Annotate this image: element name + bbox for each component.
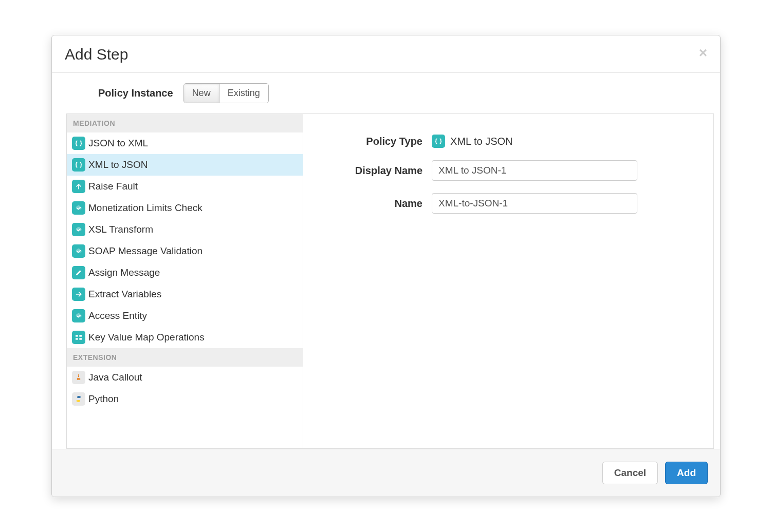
- policy-item[interactable]: Extract Variables: [67, 283, 303, 305]
- policy-category-header: MEDIATION: [67, 114, 303, 132]
- policy-item-label: XML to JSON: [88, 159, 148, 170]
- policy-instance-label: Policy Instance: [98, 87, 173, 99]
- policy-item-label: JSON to XML: [88, 138, 148, 149]
- dialog-header: Add Step ×: [52, 35, 720, 73]
- policy-item-label: Assign Message: [88, 267, 160, 278]
- policy-item-label: Python: [88, 393, 119, 405]
- svg-rect-1: [76, 338, 78, 339]
- policy-type-text: XML to JSON: [450, 136, 513, 147]
- add-step-dialog: Add Step × Policy Instance NewExisting M…: [51, 35, 721, 497]
- policy-item[interactable]: Monetization Limits Check: [67, 197, 303, 219]
- policy-item[interactable]: JSON to XML: [67, 132, 303, 154]
- policy-item-label: Access Entity: [88, 310, 147, 321]
- policy-item[interactable]: XSL Transform: [67, 219, 303, 240]
- policy-item[interactable]: Access Entity: [67, 305, 303, 327]
- policy-item-label: Monetization Limits Check: [88, 202, 203, 214]
- close-icon[interactable]: ×: [699, 46, 707, 60]
- code-braces-icon: [72, 158, 85, 172]
- policy-item-label: Extract Variables: [88, 289, 161, 300]
- svg-rect-2: [79, 335, 82, 336]
- policy-item-label: Key Value Map Operations: [88, 332, 205, 343]
- check-cloud-icon: [72, 201, 85, 215]
- pencil-icon: [72, 266, 85, 279]
- policy-item-label: XSL Transform: [88, 224, 153, 235]
- policy-item[interactable]: XML to JSON: [67, 154, 303, 176]
- policy-list[interactable]: MEDIATIONJSON to XMLXML to JSONRaise Fau…: [67, 114, 303, 448]
- policy-type-label: Policy Type: [334, 136, 432, 147]
- policy-detail-pane: Policy Type XML to JSON: [303, 114, 713, 448]
- svg-rect-3: [79, 338, 82, 339]
- policy-item[interactable]: SOAP Message Validation: [67, 240, 303, 262]
- check-cloud-icon: [72, 309, 85, 322]
- content-split: MEDIATIONJSON to XMLXML to JSONRaise Fau…: [66, 113, 714, 449]
- policy-category-header: EXTENSION: [67, 348, 303, 367]
- arrow-up-icon: [72, 180, 85, 193]
- svg-rect-0: [76, 335, 78, 336]
- policy-item[interactable]: Key Value Map Operations: [67, 327, 303, 348]
- code-braces-icon: [432, 135, 445, 148]
- policy-item[interactable]: Assign Message: [67, 262, 303, 283]
- arrow-right-icon: [72, 288, 85, 301]
- check-cloud-icon: [72, 223, 85, 236]
- policy-item[interactable]: Java Callout: [67, 367, 303, 388]
- display-name-input[interactable]: [432, 160, 637, 181]
- add-button[interactable]: Add: [665, 462, 708, 484]
- policy-item-label: Java Callout: [88, 372, 142, 383]
- name-input[interactable]: [432, 193, 637, 214]
- policy-instance-seg-existing[interactable]: Existing: [219, 84, 268, 103]
- dialog-footer: Cancel Add: [52, 449, 720, 497]
- check-cloud-icon: [72, 244, 85, 258]
- policy-instance-toolbar: Policy Instance NewExisting: [52, 73, 720, 113]
- policy-item[interactable]: Raise Fault: [67, 176, 303, 197]
- policy-item[interactable]: Python: [67, 388, 303, 410]
- dialog-title: Add Step: [65, 46, 128, 63]
- kv-map-icon: [72, 331, 85, 344]
- cancel-button[interactable]: Cancel: [602, 462, 658, 484]
- policy-item-label: SOAP Message Validation: [88, 245, 203, 257]
- code-braces-icon: [72, 137, 85, 150]
- java-icon: [72, 371, 85, 384]
- policy-instance-seg-new[interactable]: New: [184, 84, 219, 103]
- python-icon: [72, 392, 85, 406]
- name-label: Name: [334, 198, 432, 210]
- dialog-body: Policy Instance NewExisting MEDIATIONJSO…: [52, 73, 720, 449]
- policy-instance-toggle: NewExisting: [183, 83, 269, 103]
- policy-type-value: XML to JSON: [432, 135, 513, 148]
- policy-item-label: Raise Fault: [88, 181, 138, 192]
- display-name-label: Display Name: [334, 165, 432, 177]
